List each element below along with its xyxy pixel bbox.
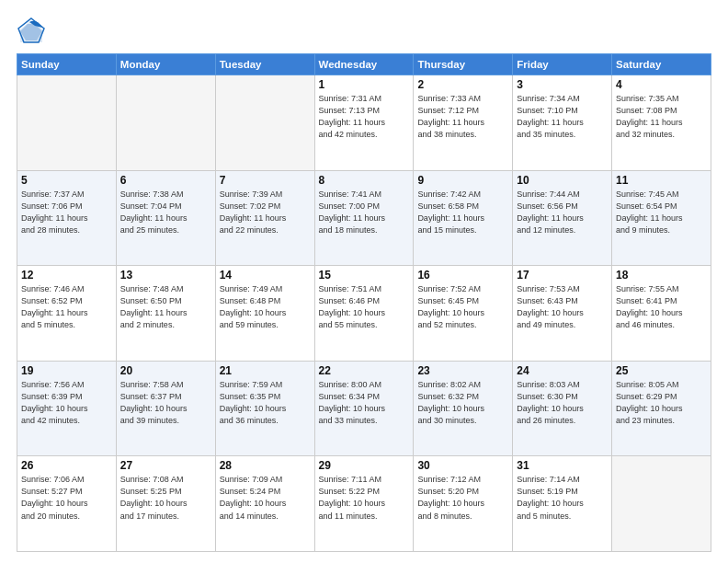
day-number: 3 [517,78,608,91]
day-number: 22 [319,364,410,377]
day-number: 2 [417,78,508,91]
day-number: 11 [616,174,707,187]
calendar-cell: 19Sunrise: 7:56 AM Sunset: 6:39 PM Dayli… [17,361,117,456]
day-number: 7 [220,174,311,187]
calendar-week-2: 5Sunrise: 7:37 AM Sunset: 7:06 PM Daylig… [17,170,711,266]
day-number: 8 [319,174,410,187]
weekday-header-monday: Monday [116,54,215,75]
calendar-cell: 30Sunrise: 7:12 AM Sunset: 5:20 PM Dayli… [414,456,513,552]
day-number: 30 [417,459,508,472]
day-info: Sunrise: 7:52 AM Sunset: 6:45 PM Dayligh… [417,283,508,331]
calendar-cell [116,75,215,171]
weekday-header-sunday: Sunday [17,54,117,75]
day-number: 24 [517,364,608,377]
day-number: 9 [417,174,508,187]
weekday-header-saturday: Saturday [612,54,711,75]
calendar-cell: 27Sunrise: 7:08 AM Sunset: 5:25 PM Dayli… [116,456,215,552]
day-info: Sunrise: 8:05 AM Sunset: 6:29 PM Dayligh… [616,379,707,427]
calendar-cell: 18Sunrise: 7:55 AM Sunset: 6:41 PM Dayli… [612,266,711,362]
calendar-cell: 28Sunrise: 7:09 AM Sunset: 5:24 PM Dayli… [215,456,314,552]
calendar-cell: 3Sunrise: 7:34 AM Sunset: 7:10 PM Daylig… [513,75,612,171]
calendar-cell [612,456,711,552]
calendar-cell: 14Sunrise: 7:49 AM Sunset: 6:48 PM Dayli… [215,266,314,362]
day-info: Sunrise: 7:59 AM Sunset: 6:35 PM Dayligh… [220,379,311,427]
weekday-header-tuesday: Tuesday [215,54,314,75]
day-info: Sunrise: 7:58 AM Sunset: 6:37 PM Dayligh… [120,379,211,427]
day-info: Sunrise: 7:49 AM Sunset: 6:48 PM Dayligh… [220,283,311,331]
calendar-cell: 31Sunrise: 7:14 AM Sunset: 5:19 PM Dayli… [513,456,612,552]
day-number: 27 [120,459,211,472]
day-number: 4 [616,78,707,91]
calendar-cell: 4Sunrise: 7:35 AM Sunset: 7:08 PM Daylig… [612,75,711,171]
calendar-cell: 20Sunrise: 7:58 AM Sunset: 6:37 PM Dayli… [116,361,215,456]
day-number: 28 [220,459,311,472]
day-number: 13 [120,269,211,282]
day-info: Sunrise: 7:31 AM Sunset: 7:13 PM Dayligh… [319,93,410,141]
day-info: Sunrise: 7:12 AM Sunset: 5:20 PM Dayligh… [417,474,508,522]
day-info: Sunrise: 7:53 AM Sunset: 6:43 PM Dayligh… [517,283,608,331]
day-number: 19 [21,364,112,377]
day-info: Sunrise: 7:37 AM Sunset: 7:06 PM Dayligh… [21,189,112,236]
header [17,17,711,46]
day-info: Sunrise: 7:46 AM Sunset: 6:52 PM Dayligh… [21,283,112,331]
day-info: Sunrise: 7:44 AM Sunset: 6:56 PM Dayligh… [517,189,608,236]
logo-icon [17,17,46,46]
calendar-cell: 6Sunrise: 7:38 AM Sunset: 7:04 PM Daylig… [116,170,215,266]
day-number: 12 [21,269,112,282]
day-number: 10 [517,174,608,187]
day-number: 29 [319,459,410,472]
logo [17,17,50,46]
day-number: 25 [616,364,707,377]
calendar-week-4: 19Sunrise: 7:56 AM Sunset: 6:39 PM Dayli… [17,361,711,456]
calendar-week-5: 26Sunrise: 7:06 AM Sunset: 5:27 PM Dayli… [17,456,711,552]
day-number: 1 [319,78,410,91]
calendar-cell: 23Sunrise: 8:02 AM Sunset: 6:32 PM Dayli… [414,361,513,456]
day-info: Sunrise: 8:03 AM Sunset: 6:30 PM Dayligh… [517,379,608,427]
day-info: Sunrise: 8:00 AM Sunset: 6:34 PM Dayligh… [319,379,410,427]
day-info: Sunrise: 8:02 AM Sunset: 6:32 PM Dayligh… [417,379,508,427]
day-number: 31 [517,459,608,472]
calendar-cell [17,75,117,171]
calendar-cell: 10Sunrise: 7:44 AM Sunset: 6:56 PM Dayli… [513,170,612,266]
calendar-cell: 12Sunrise: 7:46 AM Sunset: 6:52 PM Dayli… [17,266,117,362]
weekday-header-friday: Friday [513,54,612,75]
calendar-cell: 29Sunrise: 7:11 AM Sunset: 5:22 PM Dayli… [314,456,414,552]
calendar-cell: 7Sunrise: 7:39 AM Sunset: 7:02 PM Daylig… [215,170,314,266]
calendar-cell: 15Sunrise: 7:51 AM Sunset: 6:46 PM Dayli… [314,266,414,362]
calendar-cell: 2Sunrise: 7:33 AM Sunset: 7:12 PM Daylig… [414,75,513,171]
calendar-cell: 9Sunrise: 7:42 AM Sunset: 6:58 PM Daylig… [414,170,513,266]
calendar-week-1: 1Sunrise: 7:31 AM Sunset: 7:13 PM Daylig… [17,75,711,171]
day-info: Sunrise: 7:55 AM Sunset: 6:41 PM Dayligh… [616,283,707,331]
day-info: Sunrise: 7:56 AM Sunset: 6:39 PM Dayligh… [21,379,112,427]
day-info: Sunrise: 7:35 AM Sunset: 7:08 PM Dayligh… [616,93,707,141]
calendar-cell: 25Sunrise: 8:05 AM Sunset: 6:29 PM Dayli… [612,361,711,456]
day-number: 17 [517,269,608,282]
day-info: Sunrise: 7:48 AM Sunset: 6:50 PM Dayligh… [120,283,211,331]
day-info: Sunrise: 7:51 AM Sunset: 6:46 PM Dayligh… [319,283,410,331]
calendar-cell: 11Sunrise: 7:45 AM Sunset: 6:54 PM Dayli… [612,170,711,266]
day-info: Sunrise: 7:14 AM Sunset: 5:19 PM Dayligh… [517,474,608,522]
day-number: 15 [319,269,410,282]
day-info: Sunrise: 7:09 AM Sunset: 5:24 PM Dayligh… [220,474,311,522]
day-number: 16 [417,269,508,282]
calendar-cell: 1Sunrise: 7:31 AM Sunset: 7:13 PM Daylig… [314,75,414,171]
day-number: 23 [417,364,508,377]
day-number: 6 [120,174,211,187]
day-number: 20 [120,364,211,377]
day-info: Sunrise: 7:08 AM Sunset: 5:25 PM Dayligh… [120,474,211,522]
calendar-cell: 5Sunrise: 7:37 AM Sunset: 7:06 PM Daylig… [17,170,117,266]
day-info: Sunrise: 7:39 AM Sunset: 7:02 PM Dayligh… [220,189,311,236]
day-info: Sunrise: 7:34 AM Sunset: 7:10 PM Dayligh… [517,93,608,141]
calendar-cell: 13Sunrise: 7:48 AM Sunset: 6:50 PM Dayli… [116,266,215,362]
day-info: Sunrise: 7:45 AM Sunset: 6:54 PM Dayligh… [616,189,707,236]
day-info: Sunrise: 7:11 AM Sunset: 5:22 PM Dayligh… [319,474,410,522]
day-info: Sunrise: 7:42 AM Sunset: 6:58 PM Dayligh… [417,189,508,236]
weekday-header-row: SundayMondayTuesdayWednesdayThursdayFrid… [17,54,711,75]
day-number: 18 [616,269,707,282]
calendar-cell: 16Sunrise: 7:52 AM Sunset: 6:45 PM Dayli… [414,266,513,362]
day-info: Sunrise: 7:41 AM Sunset: 7:00 PM Dayligh… [319,189,410,236]
calendar-cell [215,75,314,171]
calendar-week-3: 12Sunrise: 7:46 AM Sunset: 6:52 PM Dayli… [17,266,711,362]
day-number: 5 [21,174,112,187]
weekday-header-wednesday: Wednesday [314,54,414,75]
